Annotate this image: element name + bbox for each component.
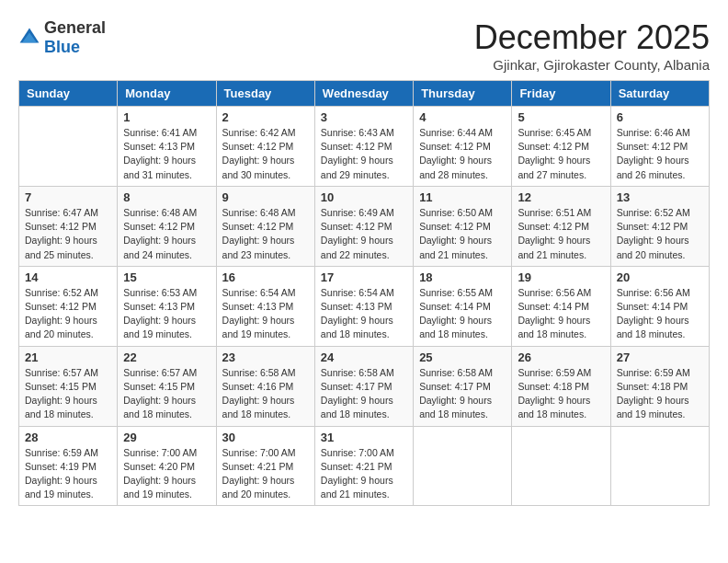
week-row-3: 14Sunrise: 6:52 AMSunset: 4:12 PMDayligh… — [19, 266, 710, 346]
day-number: 22 — [123, 350, 210, 364]
day-number: 16 — [222, 270, 309, 284]
calendar-cell: 11Sunrise: 6:50 AMSunset: 4:12 PMDayligh… — [414, 186, 512, 266]
month-title: December 2025 — [474, 18, 710, 57]
header-day-friday: Friday — [512, 81, 610, 107]
day-number: 19 — [518, 270, 604, 284]
day-info: Sunrise: 6:58 AMSunset: 4:17 PMDaylight:… — [321, 366, 407, 422]
header-day-monday: Monday — [118, 81, 216, 107]
day-info: Sunrise: 6:45 AMSunset: 4:12 PMDaylight:… — [518, 126, 604, 182]
week-row-1: 1Sunrise: 6:41 AMSunset: 4:13 PMDaylight… — [19, 107, 710, 187]
calendar-cell: 13Sunrise: 6:52 AMSunset: 4:12 PMDayligh… — [610, 186, 709, 266]
day-info: Sunrise: 6:49 AMSunset: 4:12 PMDaylight:… — [321, 206, 407, 262]
day-number: 4 — [419, 110, 506, 124]
day-info: Sunrise: 6:42 AMSunset: 4:12 PMDaylight:… — [222, 126, 309, 182]
day-info: Sunrise: 6:52 AMSunset: 4:12 PMDaylight:… — [25, 286, 111, 342]
title-block: December 2025 Gjinkar, Gjirokaster Count… — [474, 18, 710, 73]
calendar-cell: 15Sunrise: 6:53 AMSunset: 4:13 PMDayligh… — [118, 266, 216, 346]
logo-general: General — [44, 18, 106, 37]
calendar-cell: 16Sunrise: 6:54 AMSunset: 4:13 PMDayligh… — [216, 266, 314, 346]
day-info: Sunrise: 6:48 AMSunset: 4:12 PMDaylight:… — [123, 206, 210, 262]
day-number: 27 — [617, 350, 703, 364]
calendar-cell: 21Sunrise: 6:57 AMSunset: 4:15 PMDayligh… — [19, 346, 118, 426]
day-info: Sunrise: 6:59 AMSunset: 4:18 PMDaylight:… — [518, 366, 604, 422]
week-row-2: 7Sunrise: 6:47 AMSunset: 4:12 PMDaylight… — [19, 186, 710, 266]
day-number: 6 — [617, 110, 703, 124]
day-info: Sunrise: 6:53 AMSunset: 4:13 PMDaylight:… — [123, 286, 210, 342]
day-number: 17 — [321, 270, 407, 284]
day-number: 21 — [25, 350, 111, 364]
day-info: Sunrise: 6:47 AMSunset: 4:12 PMDaylight:… — [25, 206, 111, 262]
calendar-cell: 12Sunrise: 6:51 AMSunset: 4:12 PMDayligh… — [512, 186, 610, 266]
day-number: 15 — [123, 270, 210, 284]
header-day-thursday: Thursday — [414, 81, 512, 107]
day-number: 30 — [222, 431, 309, 444]
day-info: Sunrise: 6:57 AMSunset: 4:15 PMDaylight:… — [25, 366, 111, 422]
calendar-body: 1Sunrise: 6:41 AMSunset: 4:13 PMDaylight… — [19, 107, 710, 506]
calendar-cell: 3Sunrise: 6:43 AMSunset: 4:12 PMDaylight… — [314, 107, 413, 187]
day-info: Sunrise: 6:59 AMSunset: 4:18 PMDaylight:… — [617, 366, 703, 422]
calendar-cell — [512, 426, 610, 506]
day-number: 7 — [25, 190, 111, 204]
logo: General Blue — [18, 18, 106, 57]
calendar-cell: 18Sunrise: 6:55 AMSunset: 4:14 PMDayligh… — [414, 266, 512, 346]
calendar-cell: 14Sunrise: 6:52 AMSunset: 4:12 PMDayligh… — [19, 266, 118, 346]
day-number: 25 — [419, 350, 506, 364]
day-number: 23 — [222, 350, 309, 364]
day-info: Sunrise: 6:54 AMSunset: 4:13 PMDaylight:… — [321, 286, 407, 342]
calendar-cell: 7Sunrise: 6:47 AMSunset: 4:12 PMDaylight… — [19, 186, 118, 266]
day-number: 10 — [321, 190, 407, 204]
calendar-cell: 8Sunrise: 6:48 AMSunset: 4:12 PMDaylight… — [118, 186, 216, 266]
calendar-cell: 2Sunrise: 6:42 AMSunset: 4:12 PMDaylight… — [216, 107, 314, 187]
calendar-cell: 26Sunrise: 6:59 AMSunset: 4:18 PMDayligh… — [512, 346, 610, 426]
calendar-cell: 28Sunrise: 6:59 AMSunset: 4:19 PMDayligh… — [19, 426, 118, 506]
calendar-cell — [610, 426, 709, 506]
day-info: Sunrise: 6:56 AMSunset: 4:14 PMDaylight:… — [617, 286, 703, 342]
header-day-saturday: Saturday — [610, 81, 709, 107]
day-number: 14 — [25, 270, 111, 284]
day-number: 11 — [419, 190, 506, 204]
day-number: 5 — [518, 110, 604, 124]
day-number: 28 — [25, 431, 111, 444]
day-number: 12 — [518, 190, 604, 204]
day-info: Sunrise: 6:54 AMSunset: 4:13 PMDaylight:… — [222, 286, 309, 342]
day-number: 9 — [222, 190, 309, 204]
calendar-cell: 10Sunrise: 6:49 AMSunset: 4:12 PMDayligh… — [314, 186, 413, 266]
day-info: Sunrise: 6:51 AMSunset: 4:12 PMDaylight:… — [518, 206, 604, 262]
calendar-cell: 6Sunrise: 6:46 AMSunset: 4:12 PMDaylight… — [610, 107, 709, 187]
day-number: 3 — [321, 110, 407, 124]
calendar-cell: 27Sunrise: 6:59 AMSunset: 4:18 PMDayligh… — [610, 346, 709, 426]
calendar-header-row: SundayMondayTuesdayWednesdayThursdayFrid… — [19, 81, 710, 107]
page-header: General Blue December 2025 Gjinkar, Gjir… — [18, 18, 710, 73]
day-number: 1 — [123, 110, 210, 124]
header-day-tuesday: Tuesday — [216, 81, 314, 107]
day-number: 26 — [518, 350, 604, 364]
day-info: Sunrise: 6:58 AMSunset: 4:16 PMDaylight:… — [222, 366, 309, 422]
calendar-cell: 5Sunrise: 6:45 AMSunset: 4:12 PMDaylight… — [512, 107, 610, 187]
calendar-cell: 22Sunrise: 6:57 AMSunset: 4:15 PMDayligh… — [118, 346, 216, 426]
calendar-table: SundayMondayTuesdayWednesdayThursdayFrid… — [18, 80, 710, 506]
day-info: Sunrise: 6:52 AMSunset: 4:12 PMDaylight:… — [617, 206, 703, 262]
day-info: Sunrise: 6:44 AMSunset: 4:12 PMDaylight:… — [419, 126, 506, 182]
calendar-cell: 23Sunrise: 6:58 AMSunset: 4:16 PMDayligh… — [216, 346, 314, 426]
header-day-sunday: Sunday — [19, 81, 118, 107]
calendar-cell: 9Sunrise: 6:48 AMSunset: 4:12 PMDaylight… — [216, 186, 314, 266]
day-number: 8 — [123, 190, 210, 204]
day-info: Sunrise: 7:00 AMSunset: 4:20 PMDaylight:… — [123, 446, 210, 502]
day-info: Sunrise: 6:55 AMSunset: 4:14 PMDaylight:… — [419, 286, 506, 342]
calendar-cell: 30Sunrise: 7:00 AMSunset: 4:21 PMDayligh… — [216, 426, 314, 506]
calendar-cell: 25Sunrise: 6:58 AMSunset: 4:17 PMDayligh… — [414, 346, 512, 426]
week-row-5: 28Sunrise: 6:59 AMSunset: 4:19 PMDayligh… — [19, 426, 710, 506]
calendar-cell: 17Sunrise: 6:54 AMSunset: 4:13 PMDayligh… — [314, 266, 413, 346]
logo-icon — [18, 27, 40, 49]
day-info: Sunrise: 6:46 AMSunset: 4:12 PMDaylight:… — [617, 126, 703, 182]
calendar-cell: 20Sunrise: 6:56 AMSunset: 4:14 PMDayligh… — [610, 266, 709, 346]
day-number: 20 — [617, 270, 703, 284]
calendar-cell — [19, 107, 118, 187]
day-info: Sunrise: 6:50 AMSunset: 4:12 PMDaylight:… — [419, 206, 506, 262]
calendar-cell: 4Sunrise: 6:44 AMSunset: 4:12 PMDaylight… — [414, 107, 512, 187]
logo-blue: Blue — [44, 38, 80, 56]
calendar-cell: 29Sunrise: 7:00 AMSunset: 4:20 PMDayligh… — [118, 426, 216, 506]
day-info: Sunrise: 7:00 AMSunset: 4:21 PMDaylight:… — [222, 446, 309, 502]
logo-text: General Blue — [44, 18, 106, 57]
day-number: 31 — [321, 431, 407, 444]
